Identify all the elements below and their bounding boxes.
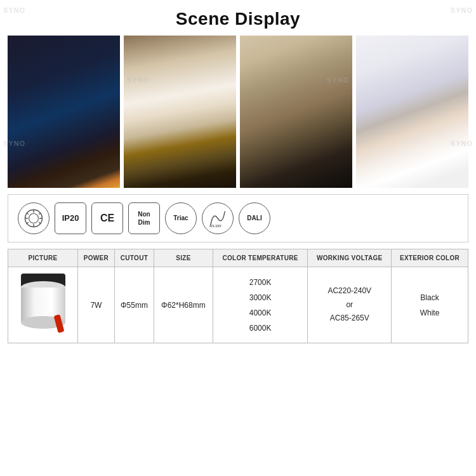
0-10v-icon-badge: 0/1-10V (202, 202, 234, 234)
ce-icon-badge: CE (91, 202, 123, 234)
svg-text:0/1-10V: 0/1-10V (209, 224, 221, 228)
color-white: White (395, 305, 465, 321)
th-color-temp: COLOR TEMPERATURE (213, 249, 308, 267)
icons-row: IP20 CE NonDim Triac 0/1-10V DALI (8, 194, 468, 242)
scene-images-grid (0, 36, 476, 188)
triac-label: Triac (173, 215, 188, 222)
scene-image-1 (8, 36, 120, 188)
product-power: 7W (78, 267, 115, 343)
voltage-or: or (311, 298, 388, 312)
scene-image-4 (356, 36, 468, 188)
temp-4000k: 4000K (216, 305, 305, 321)
temp-values: 2700K 3000K 4000K 6000K (216, 275, 305, 336)
ce-label: CE (100, 212, 114, 224)
color-black: Black (395, 290, 465, 305)
product-image (15, 270, 72, 340)
0-10v-icon: 0/1-10V (208, 209, 227, 228)
product-voltage: AC220-240V or AC85-265V (308, 267, 392, 343)
nondim-icon-badge: NonDim (128, 202, 160, 234)
table-header-row: PICTURE POWER CUTOUT SIZE COLOR TEMPERAT… (8, 249, 468, 267)
product-cutout: Φ55mm (114, 267, 154, 343)
th-cutout: CUTOUT (114, 249, 154, 267)
title-section: Scene Display (0, 0, 476, 36)
product-color-temp: 2700K 3000K 4000K 6000K (213, 267, 308, 343)
temp-6000k: 6000K (216, 321, 305, 336)
nondim-label: NonDim (138, 210, 150, 227)
triac-icon-badge: Triac (165, 202, 197, 234)
scene-image-3 (240, 36, 352, 188)
color-values: Black White (395, 290, 465, 321)
temp-2700k: 2700K (216, 275, 305, 290)
svg-point-1 (29, 214, 39, 223)
dali-label: DALI (247, 215, 261, 222)
product-exterior-color: Black White (392, 267, 468, 343)
scene-image-2 (124, 36, 236, 188)
product-table: PICTURE POWER CUTOUT SIZE COLOR TEMPERAT… (8, 249, 468, 343)
voltage-line1: AC220-240V (311, 284, 388, 298)
voltage-line2: AC85-265V (311, 312, 388, 326)
anti-glare-icon (24, 209, 43, 228)
anti-glare-icon-badge (18, 202, 50, 234)
page-title: Scene Display (0, 9, 476, 29)
th-picture: PICTURE (8, 249, 78, 267)
dali-icon-badge: DALI (239, 202, 270, 234)
ip20-icon-badge: IP20 (55, 202, 86, 234)
table-row: 7W Φ55mm Φ62*H68mm 2700K 3000K 4000K 600… (8, 267, 468, 343)
th-power: POWER (78, 249, 115, 267)
ip20-label: IP20 (62, 213, 79, 223)
product-svg (15, 270, 72, 340)
product-image-cell (8, 267, 78, 343)
temp-3000k: 3000K (216, 290, 305, 305)
th-voltage: WORKING VOLTAGE (308, 249, 392, 267)
voltage-values: AC220-240V or AC85-265V (311, 284, 388, 326)
product-size: Φ62*H68mm (154, 267, 213, 343)
th-exterior: EXTERIOR COLOR (392, 249, 468, 267)
th-size: SIZE (154, 249, 213, 267)
